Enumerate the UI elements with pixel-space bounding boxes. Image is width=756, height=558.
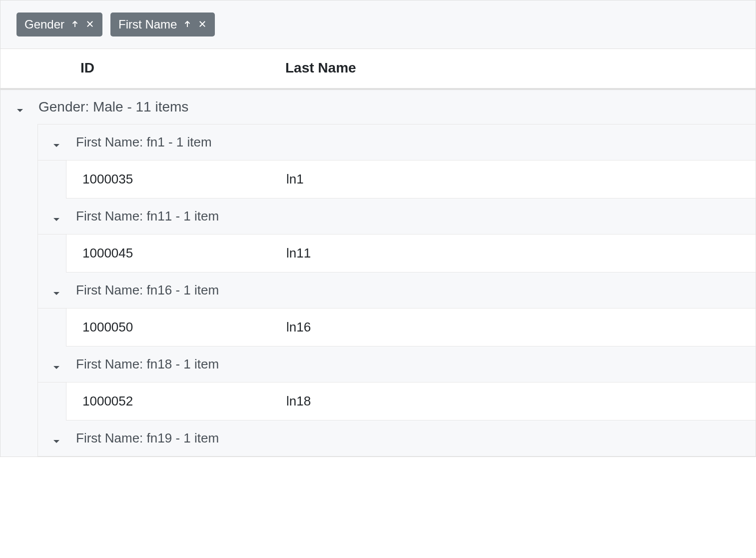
remove-group-icon[interactable]	[85, 18, 94, 32]
collapse-icon[interactable]	[15, 102, 24, 112]
group-level-2: First Name: fn11 - 1 item 1000045 ln11	[38, 198, 756, 272]
remove-group-icon[interactable]	[198, 18, 207, 32]
group-level-2: First Name: fn16 - 1 item 1000050 ln16	[38, 272, 756, 346]
table-row[interactable]: 1000050 ln16	[66, 308, 756, 346]
group-chip-gender[interactable]: Gender	[16, 12, 102, 36]
group-header-first-name[interactable]: First Name: fn16 - 1 item	[38, 272, 756, 308]
cell-last-name: ln16	[286, 320, 756, 335]
group-header-label: First Name: fn16 - 1 item	[76, 282, 219, 298]
cell-last-name: ln11	[286, 246, 756, 261]
collapse-icon[interactable]	[52, 138, 61, 147]
group-header-gender[interactable]: Gender: Male - 11 items	[0, 90, 756, 124]
group-header-label: First Name: fn11 - 1 item	[76, 208, 219, 224]
sort-asc-icon[interactable]	[70, 18, 79, 32]
group-level-1: Gender: Male - 11 items First Name: fn1 …	[0, 90, 756, 456]
group-header-first-name[interactable]: First Name: fn1 - 1 item	[38, 124, 756, 160]
group-header-label: First Name: fn1 - 1 item	[76, 134, 212, 150]
column-header-row: ID Last Name	[0, 48, 756, 90]
table-row[interactable]: 1000035 ln1	[66, 160, 756, 198]
group-header-label: Gender: Male - 11 items	[38, 99, 188, 115]
table-row[interactable]: 1000045 ln11	[66, 234, 756, 272]
cell-last-name: ln1	[286, 172, 756, 187]
cell-last-name: ln18	[286, 394, 756, 409]
group-by-bar: Gender First Name	[0, 0, 756, 48]
group-chip-first-name[interactable]: First Name	[110, 12, 215, 36]
group-header-first-name[interactable]: First Name: fn18 - 1 item	[38, 346, 756, 382]
column-header-last-name[interactable]: Last Name	[285, 60, 756, 76]
column-header-id[interactable]: ID	[0, 60, 285, 76]
group-level-2: First Name: fn1 - 1 item 1000035 ln1	[38, 124, 756, 198]
group-header-label: First Name: fn18 - 1 item	[76, 356, 219, 372]
group-level-2: First Name: fn19 - 1 item	[38, 420, 756, 456]
collapse-icon[interactable]	[52, 286, 61, 295]
cell-id: 1000035	[66, 172, 286, 187]
group-header-first-name[interactable]: First Name: fn19 - 1 item	[38, 420, 756, 456]
grid-container: Gender First Name ID Last Name	[0, 0, 756, 457]
group-body: First Name: fn1 - 1 item 1000035 ln1 Fir…	[37, 124, 756, 456]
cell-id: 1000052	[66, 394, 286, 409]
sort-asc-icon[interactable]	[183, 18, 192, 32]
cell-id: 1000050	[66, 320, 286, 335]
group-header-first-name[interactable]: First Name: fn11 - 1 item	[38, 198, 756, 234]
group-header-label: First Name: fn19 - 1 item	[76, 430, 219, 446]
group-chip-label: Gender	[24, 18, 64, 32]
table-row[interactable]: 1000052 ln18	[66, 382, 756, 420]
collapse-icon[interactable]	[52, 434, 61, 443]
group-level-2: First Name: fn18 - 1 item 1000052 ln18	[38, 346, 756, 420]
group-chip-label: First Name	[118, 18, 177, 32]
cell-id: 1000045	[66, 246, 286, 261]
collapse-icon[interactable]	[52, 212, 61, 221]
collapse-icon[interactable]	[52, 360, 61, 369]
